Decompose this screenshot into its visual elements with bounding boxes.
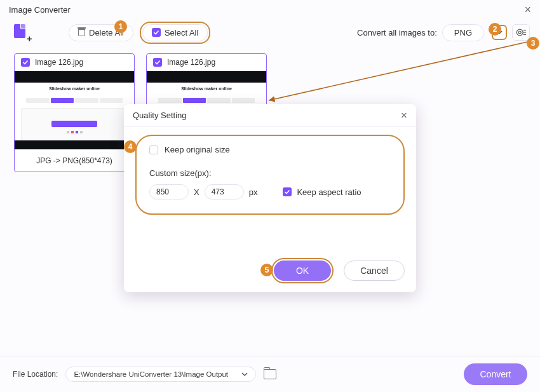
convert-button[interactable]: Convert [464,363,527,385]
callout-badge-4: 4 [124,140,137,153]
height-input[interactable] [205,184,244,199]
keep-ratio-label: Keep aspect ratio [297,187,361,197]
size-unit: px [249,187,258,197]
file-location-label: File Location: [13,370,58,379]
ok-highlight: OK [271,258,334,283]
settings-button[interactable] [512,24,530,41]
svg-point-1 [518,31,521,34]
select-all-button[interactable]: Select All [142,24,208,41]
callout-badge-5: 5 [260,264,273,276]
footer: File Location: E:\Wondershare UniConvert… [0,356,540,392]
image-card[interactable]: Image 126.jpg Slideshow maker online JPG… [14,53,135,172]
callout-badge-1: 1 [114,20,127,33]
add-file-icon[interactable]: + [14,24,30,41]
custom-size-label: Custom size(px): [149,168,212,178]
callout-badge-2: 2 [489,23,501,36]
checkbox-icon[interactable] [21,58,30,67]
keep-original-checkbox[interactable] [149,145,158,154]
trash-icon [78,29,85,36]
keep-original-label: Keep original size [165,145,230,154]
format-value: PNG [442,24,484,41]
image-filename: Image 126.jpg [35,58,83,67]
file-location-path: E:\Wondershare UniConverter 13\Image Out… [74,370,228,378]
select-all-highlight: Select All [140,22,210,44]
width-input[interactable] [149,184,189,199]
settings-highlight-frame: Keep original size Custom size(px): X px… [135,135,405,215]
image-filename: Image 126.jpg [167,58,215,67]
callout-badge-3: 3 [527,37,539,50]
keep-ratio-checkbox[interactable] [283,187,292,196]
svg-point-0 [516,29,523,36]
close-icon[interactable]: × [524,4,531,15]
select-all-label: Select All [165,28,198,37]
gear-icon [515,27,527,37]
dialog-title: Quality Setting [133,111,187,120]
checkbox-icon[interactable] [153,58,162,67]
browse-folder-button[interactable] [264,369,276,379]
size-separator: X [194,187,199,197]
dialog-close-icon[interactable]: × [401,109,407,122]
image-conversion-info: JPG -> PNG(850*473) [15,150,134,172]
chevron-down-icon [241,372,248,377]
checkbox-icon [152,28,161,37]
image-preview: Slideshow maker online [15,71,134,150]
format-select[interactable]: PNG [442,24,484,41]
file-location-select[interactable]: E:\Wondershare UniConverter 13\Image Out… [65,367,256,382]
ok-button[interactable]: OK [274,260,331,281]
cancel-button[interactable]: Cancel [344,260,405,281]
convert-to-label: Convert all images to: [357,28,437,37]
window-title: Image Converter [9,5,71,15]
title-bar: Image Converter × [0,0,540,19]
toolbar: + Delete All Select All Convert all imag… [0,19,540,46]
